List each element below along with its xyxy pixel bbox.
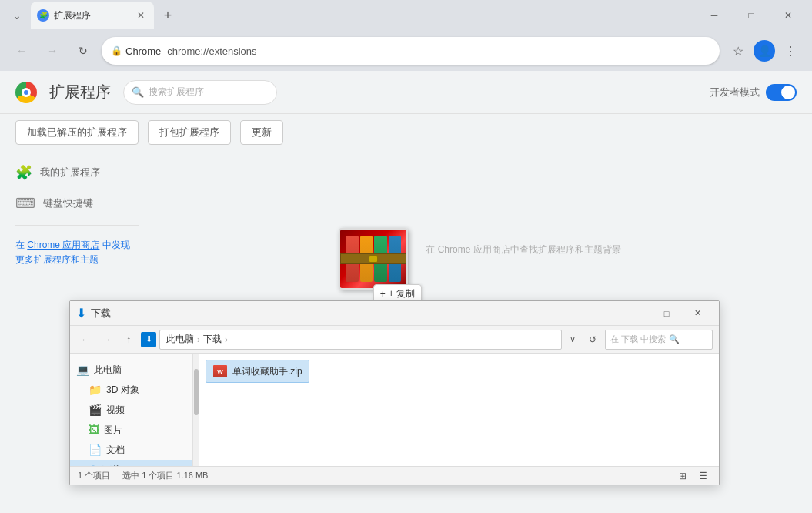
breadcrumb-pc: 此电脑 — [166, 333, 194, 346]
fe-up-button[interactable]: ↑ — [119, 330, 138, 349]
fe-pictures-icon: 🖼 — [89, 424, 99, 436]
close-button[interactable]: ✕ — [770, 3, 806, 28]
fe-grid-view-button[interactable]: ⊞ — [674, 469, 691, 483]
fe-sidebar-label-video: 视频 — [106, 404, 125, 417]
bookmark-button[interactable]: ☆ — [726, 39, 750, 63]
address-bar: ← → ↻ 🔒 Chrome chrome://extensions ☆ 👤 ⋮ — [0, 31, 812, 71]
puzzle-favicon-icon: 🧩 — [39, 12, 48, 19]
tab-title: 扩展程序 — [54, 9, 129, 22]
fe-sidebar-item-pc[interactable]: 💻 此电脑 — [70, 360, 192, 380]
search-icon: 🔍 — [132, 86, 144, 98]
fe-scroll-thumb — [194, 369, 199, 415]
chrome-logo — [15, 82, 37, 103]
fe-sidebar-label-3d: 3D 对象 — [106, 384, 139, 397]
fe-sidebar-item-pictures[interactable]: 🖼 图片 — [70, 420, 192, 440]
extensions-title: 扩展程序 — [49, 82, 111, 102]
winrar-icon — [339, 228, 408, 290]
fe-maximize-button[interactable]: □ — [651, 301, 682, 326]
omnibox[interactable]: 🔒 Chrome chrome://extensions — [102, 37, 720, 65]
fe-list-view-button[interactable]: ☰ — [694, 469, 711, 483]
fe-title-icon: ⬇ — [76, 306, 86, 320]
fe-file-item-zip[interactable]: W 单词收藏助手.zip — [206, 360, 309, 383]
breadcrumb-sep-1: › — [197, 334, 200, 345]
winrar-buckle — [369, 255, 378, 263]
minimize-button[interactable]: ─ — [697, 3, 732, 28]
fe-sidebar-label-documents: 文档 — [106, 444, 125, 457]
copy-plus-icon: + — [380, 289, 386, 300]
fe-search-icon: 🔍 — [669, 334, 680, 344]
forward-button[interactable]: → — [40, 39, 65, 63]
fe-sidebar-item-video[interactable]: 🎬 视频 — [70, 400, 192, 420]
fe-body: 💻 此电脑 📁 3D 对象 🎬 视频 🖼 图片 📄 文档 ⬇ 下载 — [70, 354, 719, 466]
extensions-search[interactable]: 🔍 搜索扩展程序 — [123, 80, 277, 105]
chrome-label: Chrome — [125, 45, 161, 57]
maximize-button[interactable]: □ — [733, 3, 769, 28]
fe-sidebar-label-pictures: 图片 — [104, 424, 122, 437]
fe-search-box[interactable]: 在 下载 中搜索 🔍 — [605, 330, 713, 350]
winrar-drag-overlay: + + 复制 — [339, 228, 416, 297]
fe-back-button[interactable]: ← — [76, 330, 95, 349]
fe-window-controls: ─ □ ✕ — [620, 301, 713, 326]
dev-mode-toggle[interactable] — [766, 84, 797, 101]
fe-main-area: W 单词收藏助手.zip — [199, 354, 719, 466]
extensions-toolbar: 加载已解压的扩展程序 打包扩展程序 更新 — [0, 114, 812, 151]
fe-sidebar-item-documents[interactable]: 📄 文档 — [70, 440, 192, 460]
fe-title-text: 下载 — [91, 307, 111, 320]
menu-button[interactable]: ⋮ — [778, 39, 803, 63]
refresh-button[interactable]: ↻ — [71, 39, 95, 63]
secure-indicator: 🔒 Chrome — [111, 45, 161, 57]
fe-close-button[interactable]: ✕ — [682, 301, 713, 326]
fe-sidebar: 💻 此电脑 📁 3D 对象 🎬 视频 🖼 图片 📄 文档 ⬇ 下载 — [70, 354, 193, 466]
active-tab[interactable]: 🧩 扩展程序 ✕ — [31, 2, 154, 29]
load-unpacked-button[interactable]: 加载已解压的扩展程序 — [15, 120, 139, 145]
url-text: chrome://extensions — [167, 45, 256, 57]
tab-switcher-icon: ⌄ — [12, 9, 22, 22]
fe-folder-icon: ⬇ — [141, 332, 156, 347]
pack-extension-button[interactable]: 打包扩展程序 — [148, 120, 231, 145]
chrome-logo-inner — [22, 88, 31, 97]
fe-dropdown-button[interactable]: ∨ — [565, 330, 580, 349]
fe-status-count: 1 个项目 — [78, 470, 110, 481]
tab-switcher-button[interactable]: ⌄ — [6, 5, 28, 26]
fe-breadcrumb[interactable]: 此电脑 › 下载 › — [159, 330, 562, 350]
fe-title: ⬇ 下载 — [76, 306, 620, 320]
lock-icon: 🔒 — [111, 45, 122, 56]
fe-statusbar: 1 个项目 选中 1 个项目 1.16 MB ⊞ ☰ — [70, 466, 719, 484]
fe-status-selected: 选中 1 个项目 1.16 MB — [122, 470, 208, 481]
toolbar-icons: ☆ 👤 ⋮ — [726, 39, 803, 63]
winrar-books — [343, 233, 404, 285]
tab-bar: ⌄ 🧩 扩展程序 ✕ + — [6, 2, 693, 29]
fe-minimize-button[interactable]: ─ — [620, 301, 651, 326]
toggle-knob — [781, 86, 795, 99]
extensions-header: 扩展程序 🔍 搜索扩展程序 开发者模式 — [0, 71, 812, 114]
fe-sidebar-item-downloads[interactable]: ⬇ 下载 — [70, 460, 192, 466]
fe-forward-button[interactable]: → — [98, 330, 116, 349]
title-bar: ⌄ 🧩 扩展程序 ✕ + ─ □ ✕ — [0, 0, 812, 31]
back-button[interactable]: ← — [9, 39, 34, 63]
tab-favicon: 🧩 — [37, 9, 49, 22]
search-placeholder: 搜索扩展程序 — [149, 86, 204, 99]
fe-sidebar-scrollbar[interactable] — [193, 354, 199, 466]
fe-view-controls: ⊞ ☰ — [674, 469, 711, 483]
tab-close-button[interactable]: ✕ — [134, 8, 148, 22]
fe-sidebar-item-3d[interactable]: 📁 3D 对象 — [70, 380, 192, 400]
file-explorer-window: ⬇ 下载 ─ □ ✕ ← → ↑ ⬇ 此电脑 › 下载 › ∨ ↺ 在 下载 中… — [69, 300, 720, 485]
fe-3d-icon: 📁 — [89, 384, 102, 396]
fe-zip-icon: W — [212, 364, 228, 379]
fe-refresh-button[interactable]: ↺ — [583, 330, 602, 349]
dev-mode-area: 开发者模式 — [710, 84, 797, 101]
update-button[interactable]: 更新 — [240, 120, 283, 145]
dev-mode-label: 开发者模式 — [710, 86, 760, 99]
new-tab-button[interactable]: + — [157, 5, 179, 26]
fe-nav-bar: ← → ↑ ⬇ 此电脑 › 下载 › ∨ ↺ 在 下载 中搜索 🔍 — [70, 326, 719, 354]
fe-titlebar: ⬇ 下载 ─ □ ✕ — [70, 301, 719, 326]
profile-button[interactable]: 👤 — [754, 40, 775, 62]
fe-pc-icon: 💻 — [76, 364, 89, 376]
fe-sidebar-label-pc: 此电脑 — [94, 364, 122, 377]
fe-file-name: 单词收藏助手.zip — [232, 365, 302, 378]
fe-documents-icon: 📄 — [89, 444, 102, 456]
breadcrumb-sep-2: › — [225, 334, 228, 345]
app-store-hint: 在 Chrome 应用商店中查找扩展程序和主题背景 — [408, 243, 639, 256]
winrar-belt — [340, 253, 406, 264]
fe-search-placeholder: 在 下载 中搜索 — [610, 334, 666, 345]
